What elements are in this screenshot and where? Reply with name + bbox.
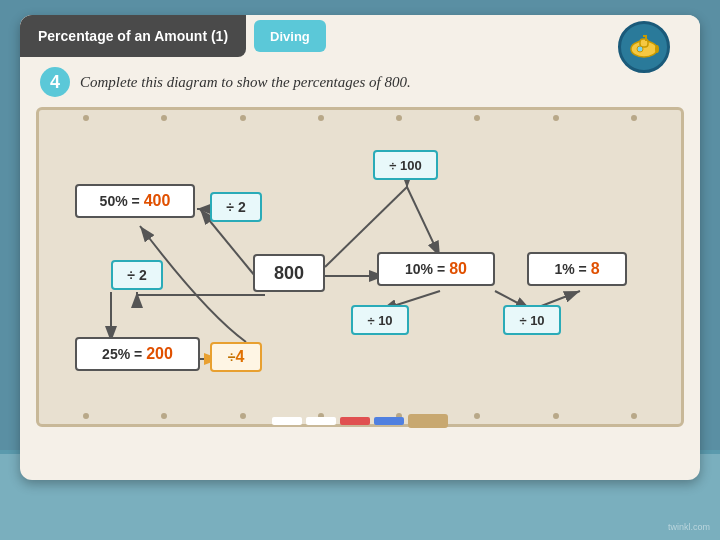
- div2-left-box: ÷ 2: [111, 260, 163, 290]
- dot: [553, 413, 559, 419]
- question-area: 4 Complete this diagram to show the perc…: [20, 57, 700, 103]
- diagram: 50% = 400 ÷ 2 ÷ 100 ÷ 2 800 10% = 80: [55, 132, 665, 412]
- twentyfive-value: 200: [146, 345, 173, 363]
- dot: [631, 413, 637, 419]
- chalk-white-2: [306, 417, 336, 425]
- question-text: Complete this diagram to show the percen…: [80, 74, 411, 91]
- dot: [161, 413, 167, 419]
- ten-percent-box: 10% = 80: [377, 252, 495, 286]
- svg-point-4: [655, 45, 659, 53]
- dot: [631, 115, 637, 121]
- question-number: 4: [40, 67, 70, 97]
- dot: [553, 115, 559, 121]
- chalk-red: [340, 417, 370, 425]
- dot: [83, 115, 89, 121]
- main-card: Percentage of an Amount (1) Diving 4 Com…: [20, 15, 700, 480]
- ten-value: 80: [449, 260, 467, 278]
- twentyfive-percent-box: 25% = 200: [75, 337, 200, 371]
- dot: [161, 115, 167, 121]
- watermark: twinkl.com: [668, 522, 710, 532]
- dot: [474, 413, 480, 419]
- dot: [396, 115, 402, 121]
- svg-line-13: [407, 187, 440, 257]
- div2-top-box: ÷ 2: [210, 192, 262, 222]
- one-percent-box: 1% = 8: [527, 252, 627, 286]
- dot: [83, 413, 89, 419]
- chalk-white: [272, 417, 302, 425]
- div4-box: ÷ 4: [210, 342, 262, 372]
- center-800-box: 800: [253, 254, 325, 292]
- chalk-tray: [272, 414, 448, 428]
- dot: [240, 115, 246, 121]
- svg-rect-3: [643, 35, 647, 37]
- one-value: 8: [591, 260, 600, 278]
- header-badge: Diving: [254, 20, 326, 52]
- fifty-value: 400: [144, 192, 171, 210]
- chalk-blue: [374, 417, 404, 425]
- submarine-icon: [618, 21, 670, 73]
- whiteboard: 50% = 400 ÷ 2 ÷ 100 ÷ 2 800 10% = 80: [36, 107, 684, 427]
- board-dots-top: [47, 115, 673, 121]
- dot: [240, 413, 246, 419]
- div100-box: ÷ 100: [373, 150, 438, 180]
- dot: [474, 115, 480, 121]
- eraser: [408, 414, 448, 428]
- svg-point-5: [637, 46, 643, 52]
- header-title: Percentage of an Amount (1): [20, 15, 246, 57]
- fifty-percent-box: 50% = 400: [75, 184, 195, 218]
- dot: [318, 115, 324, 121]
- div10-mid-box: ÷ 10: [351, 305, 409, 335]
- header-bar: Percentage of an Amount (1) Diving: [20, 15, 700, 57]
- div10-right-box: ÷ 10: [503, 305, 561, 335]
